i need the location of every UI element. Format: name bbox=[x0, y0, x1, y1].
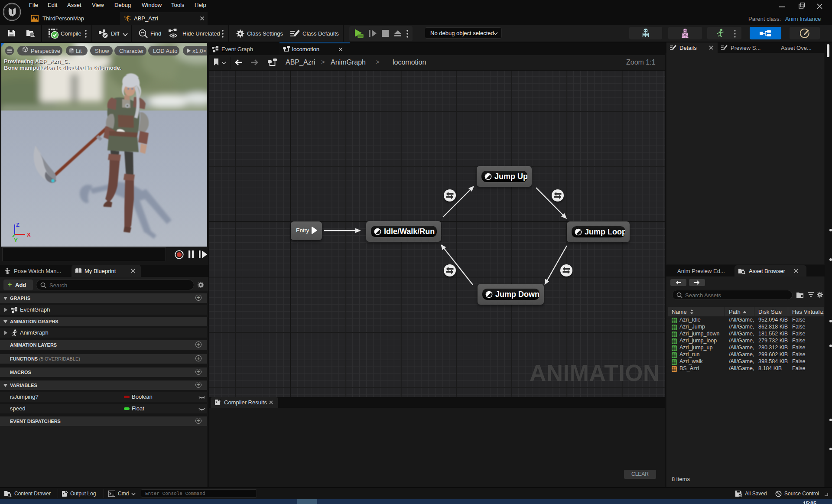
svg-text:LOD Auto: LOD Auto bbox=[153, 48, 177, 54]
svg-text:x1.0×: x1.0× bbox=[192, 48, 206, 54]
svg-text:Y: Y bbox=[14, 237, 18, 244]
svg-text:Z: Z bbox=[16, 221, 20, 228]
svg-text:Show: Show bbox=[95, 48, 109, 54]
svg-text:Lit: Lit bbox=[76, 48, 82, 54]
svg-text:Bone manipulation is disabled: Bone manipulation is disabled in this mo… bbox=[4, 65, 122, 71]
svg-text:Previewing ABP_Azri_C.: Previewing ABP_Azri_C. bbox=[4, 58, 69, 65]
svg-text:Perspective: Perspective bbox=[31, 48, 60, 54]
svg-text:Character: Character bbox=[119, 48, 144, 54]
svg-text:X: X bbox=[27, 231, 31, 238]
